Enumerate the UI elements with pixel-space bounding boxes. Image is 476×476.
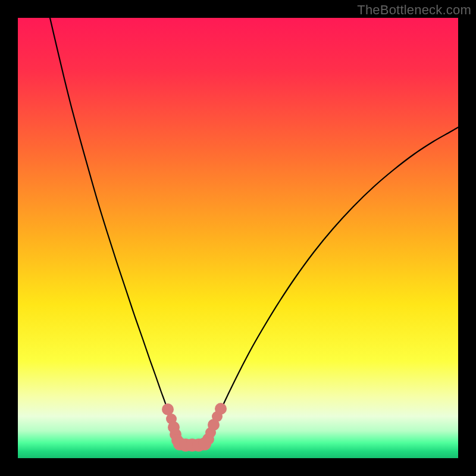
chart-svg [18,18,458,458]
watermark-text: TheBottleneck.com [357,2,471,18]
chart-frame: TheBottleneck.com [0,0,476,476]
marker-dot [215,403,227,415]
marker-dot [198,437,211,450]
plot-area [18,18,458,458]
gradient-background [18,18,458,458]
marker-dot [162,403,174,415]
